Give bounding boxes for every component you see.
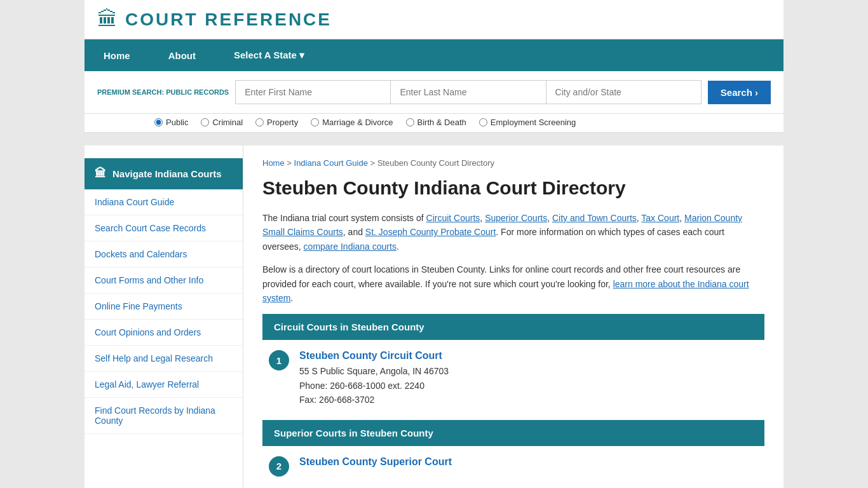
sidebar-dockets-calendars[interactable]: Dockets and Calendars [85, 241, 243, 268]
court-phone-1: Phone: 260-668-1000 ext. 2240 [299, 379, 449, 393]
main-content: Home > Indiana Court Guide > Steuben Cou… [243, 146, 783, 488]
sidebar-self-help[interactable]: Self Help and Legal Research [85, 346, 243, 372]
radio-criminal[interactable]: Criminal [201, 118, 243, 127]
search-bar: PREMIUM SEARCH: PUBLIC RECORDS Search › [85, 71, 783, 114]
superior-courts-link[interactable]: Superior Courts [485, 213, 547, 223]
court-address-1: 55 S Public Square, Angola, IN 46703 [299, 364, 449, 378]
breadcrumb-current: Steuben County Court Directory [377, 158, 494, 168]
nav-select-state[interactable]: Select A State ▾ [215, 39, 323, 71]
courthouse-icon: 🏛 [95, 167, 106, 180]
sidebar-navigate-indiana[interactable]: 🏛 Navigate Indiana Courts [85, 158, 243, 189]
sidebar-active-label: Navigate Indiana Courts [112, 168, 222, 179]
nav-about[interactable]: About [149, 39, 215, 71]
main-wrapper: 🏛 Navigate Indiana Courts Indiana Court … [85, 146, 783, 488]
court-number-2: 2 [269, 456, 289, 477]
compare-courts-link[interactable]: compare Indiana courts [304, 241, 397, 252]
intro-paragraph-1: The Indiana trial court system consists … [262, 211, 764, 254]
sidebar-online-fine[interactable]: Online Fine Payments [85, 294, 243, 320]
breadcrumb-home[interactable]: Home [262, 158, 285, 168]
circuit-courts-section-header: Circuit Courts in Steuben County [262, 314, 764, 340]
superior-courts-section-header: Superior Courts in Steuben County [262, 420, 764, 446]
sidebar-indiana-court-guide[interactable]: Indiana Court Guide [85, 189, 243, 215]
court-entry-2: 2 Steuben County Superior Court [262, 456, 764, 477]
sidebar-search-court-case[interactable]: Search Court Case Records [85, 215, 243, 241]
breadcrumb-guide[interactable]: Indiana Court Guide [294, 158, 368, 168]
sidebar-court-forms[interactable]: Court Forms and Other Info [85, 268, 243, 294]
court-number-1: 1 [269, 350, 289, 370]
breadcrumb: Home > Indiana Court Guide > Steuben Cou… [262, 158, 764, 168]
search-fields [235, 80, 702, 104]
radio-property[interactable]: Property [255, 118, 298, 127]
last-name-input[interactable] [390, 80, 545, 104]
circuit-courts-link[interactable]: Circuit Courts [426, 213, 480, 223]
court-details-2: Steuben County Superior Court [299, 456, 452, 470]
sidebar-find-records[interactable]: Find Court Records by Indiana County [85, 398, 243, 434]
logo[interactable]: 🏛 COURT REFERENCE [97, 8, 332, 31]
main-nav: Home About Select A State ▾ [85, 39, 783, 71]
tax-court-link[interactable]: Tax Court [641, 213, 679, 223]
court-name-2[interactable]: Steuben County Superior Court [299, 456, 452, 468]
sidebar-court-opinions[interactable]: Court Opinions and Orders [85, 320, 243, 346]
radio-options-row: Public Criminal Property Marriage & Divo… [85, 114, 783, 133]
city-town-link[interactable]: City and Town Courts [552, 213, 637, 223]
logo-icon: 🏛 [97, 8, 118, 31]
radio-birth[interactable]: Birth & Death [406, 118, 466, 127]
st-joseph-link[interactable]: St. Joseph County Probate Court [365, 227, 496, 237]
radio-employment[interactable]: Employment Screening [479, 118, 576, 127]
page-title: Steuben County Indiana Court Directory [262, 177, 764, 200]
intro-paragraph-2: Below is a directory of court locations … [262, 262, 764, 305]
first-name-input[interactable] [235, 80, 390, 104]
search-button[interactable]: Search › [708, 81, 771, 104]
logo-text: COURT REFERENCE [125, 10, 332, 30]
court-fax-1: Fax: 260-668-3702 [299, 393, 449, 407]
court-name-1[interactable]: Steuben County Circuit Court [299, 350, 449, 362]
radio-marriage[interactable]: Marriage & Divorce [311, 118, 393, 127]
sidebar: 🏛 Navigate Indiana Courts Indiana Court … [85, 146, 243, 488]
radio-public[interactable]: Public [154, 118, 188, 127]
site-header: 🏛 COURT REFERENCE [85, 0, 783, 39]
city-state-input[interactable] [546, 80, 702, 104]
court-details-1: Steuben County Circuit Court 55 S Public… [299, 350, 449, 407]
premium-label: PREMIUM SEARCH: PUBLIC RECORDS [97, 88, 229, 97]
sidebar-legal-aid[interactable]: Legal Aid, Lawyer Referral [85, 372, 243, 398]
learn-more-link[interactable]: learn more about the Indiana court syste… [262, 279, 749, 303]
court-entry-1: 1 Steuben County Circuit Court 55 S Publ… [262, 350, 764, 407]
nav-home[interactable]: Home [85, 39, 149, 71]
